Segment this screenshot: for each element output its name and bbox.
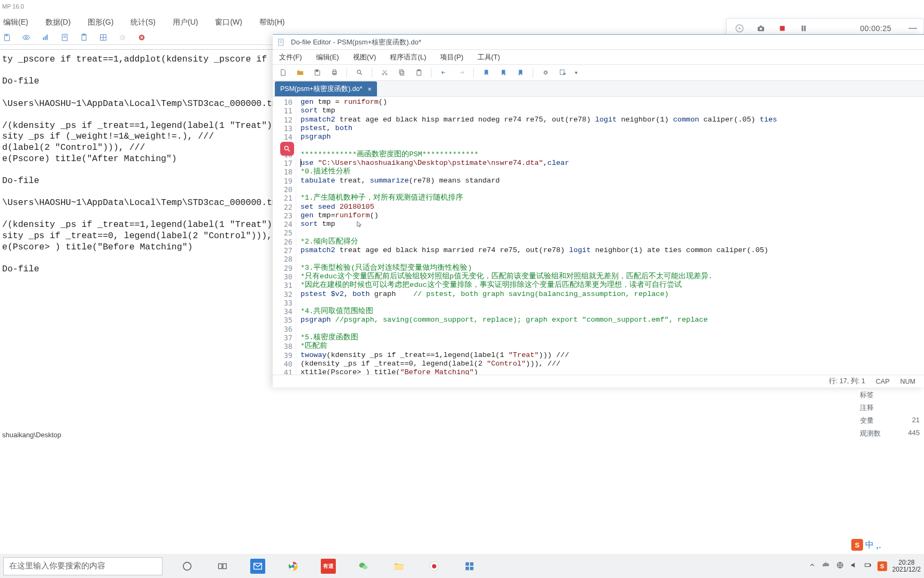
taskbar-search[interactable]: 在这里输入你要搜索的内容 [3,557,163,575]
menu-edit[interactable]: 编辑(E) [316,52,339,62]
help-icon[interactable] [541,68,550,78]
working-dir: shuaikang\Desktop [0,431,924,444]
network-icon[interactable] [836,561,844,571]
undo-icon[interactable] [439,68,449,78]
explorer-icon[interactable] [391,559,406,574]
rec-stop-icon[interactable] [776,22,789,35]
copy-icon[interactable] [397,68,406,78]
chrome-icon[interactable] [286,559,301,574]
new-file-icon[interactable] [278,68,288,78]
svg-rect-63 [470,562,473,565]
search-icon[interactable] [355,68,364,78]
toolbar-separator [533,68,533,78]
prop-notes: 注释 [856,401,924,414]
cortana-icon[interactable] [180,559,195,574]
code-editor[interactable]: 10 11 12 13 14 15 16 17 18 19 20 21 22 2… [273,97,924,375]
cut-icon[interactable] [380,68,389,78]
bookmark-next-icon[interactable] [498,68,508,78]
svg-point-61 [432,564,436,568]
menu-lang[interactable]: 程序语言(L) [390,52,426,62]
open-folder-icon[interactable] [295,68,305,78]
rec-pause-icon[interactable] [797,22,810,35]
menu-project[interactable]: 项目(P) [440,52,463,62]
status-line: 行: 17, 列: 1 [829,377,865,386]
run-do-icon[interactable] [558,68,567,78]
results-pane[interactable]: ty _pscore if treat==1,addplot(kdensity … [0,49,273,381]
doc-icon[interactable] [60,33,70,42]
youdao-icon[interactable]: 有道 [321,559,336,574]
menu-window[interactable]: 窗口(W) [215,18,242,27]
code-content[interactable]: gen tmp = runiform() sort tmp psmatch2 t… [296,97,924,375]
svg-rect-20 [780,26,785,31]
mail-icon[interactable] [250,559,265,574]
task-view-icon[interactable] [215,559,230,574]
rec-start-icon[interactable] [733,22,746,35]
clock-time: 20:28 [892,559,921,566]
print-icon[interactable] [329,68,339,78]
taskbar[interactable]: 在这里输入你要搜索的内容 有道 S 20:28 2021/12/2 [0,554,924,578]
bookmark-toggle-icon[interactable] [481,68,491,78]
svg-rect-0 [5,34,7,36]
svg-line-50 [288,149,289,151]
svg-rect-36 [333,70,336,72]
onedrive-icon[interactable] [822,561,830,571]
svg-point-58 [363,565,367,569]
search-hint: 在这里输入你要搜索的内容 [9,561,105,571]
svg-point-40 [382,73,384,75]
dofile-editor-window[interactable]: Do-file Editor - PSM(psm+核密度函数).do* 文件(F… [273,34,924,387]
rec-minimize[interactable] [908,28,917,29]
menu-stats[interactable]: 统计(S) [130,18,156,27]
clipboard-icon[interactable] [79,33,89,42]
save-icon[interactable] [312,68,322,78]
paste-icon[interactable] [414,68,424,78]
status-num: NUM [900,378,915,385]
menu-graph[interactable]: 图形(G) [88,18,113,27]
svg-rect-30 [279,39,283,45]
save-icon[interactable] [2,33,12,42]
menu-user[interactable]: 用户(U) [173,18,198,27]
wechat-icon[interactable] [356,559,371,574]
svg-point-49 [284,146,288,150]
prop-vars: 变量21 [856,414,924,427]
menu-data[interactable]: 数据(D) [45,18,71,27]
battery-icon[interactable] [864,561,872,571]
volume-icon[interactable] [850,561,858,571]
ime-tray-icon[interactable]: S [877,561,887,571]
bookmark-prev-icon[interactable] [515,68,525,78]
menu-tools[interactable]: 工具(T) [478,52,500,62]
menu-view[interactable]: 视图(V) [353,52,376,62]
menu-file[interactable]: 文件(F) [279,52,302,62]
grid-icon[interactable] [98,33,108,42]
chart-icon[interactable] [41,33,50,42]
view-icon[interactable] [21,33,31,42]
dofile-toolbar: ▾ [273,65,924,81]
svg-point-1 [25,36,27,39]
stata-app-icon[interactable] [462,559,477,574]
prop-obs: 观测数445 [856,427,924,440]
redo-icon[interactable] [456,68,466,78]
svg-marker-16 [739,27,742,30]
camera-icon[interactable] [754,22,767,35]
window-titlebar[interactable]: Do-file Editor - PSM(psm+核密度函数).do* [273,35,924,50]
svg-point-13 [120,34,126,40]
svg-point-38 [357,70,360,73]
close-icon[interactable] [137,33,147,42]
tray-up-icon[interactable] [808,561,817,571]
file-tab[interactable]: PSM(psm+核密度函数).do* × [275,81,377,96]
recorder-app-icon[interactable] [427,559,442,574]
clock-date: 2021/12/2 [892,566,921,573]
close-tab-icon[interactable]: × [368,85,372,93]
chevron-down-icon[interactable]: ▾ [575,70,578,75]
taskbar-clock[interactable]: 20:28 2021/12/2 [892,559,921,573]
tab-strip: PSM(psm+核密度函数).do* × [273,81,924,97]
svg-marker-48 [563,73,566,75]
svg-rect-34 [316,70,318,72]
menu-edit[interactable]: 编辑(E) [3,18,28,27]
ime-indicator[interactable]: S 中 ,. [851,537,894,552]
dofile-menubar: 文件(F) 编辑(E) 视图(V) 程序语言(L) 项目(P) 工具(T) [273,50,924,65]
menu-help[interactable]: 帮助(H) [259,18,284,27]
find-badge-icon[interactable] [280,142,294,156]
dofile-app-icon [277,38,286,47]
rec-elapsed: 00:00:25 [860,24,892,33]
prop-label: 标签 [856,389,924,401]
